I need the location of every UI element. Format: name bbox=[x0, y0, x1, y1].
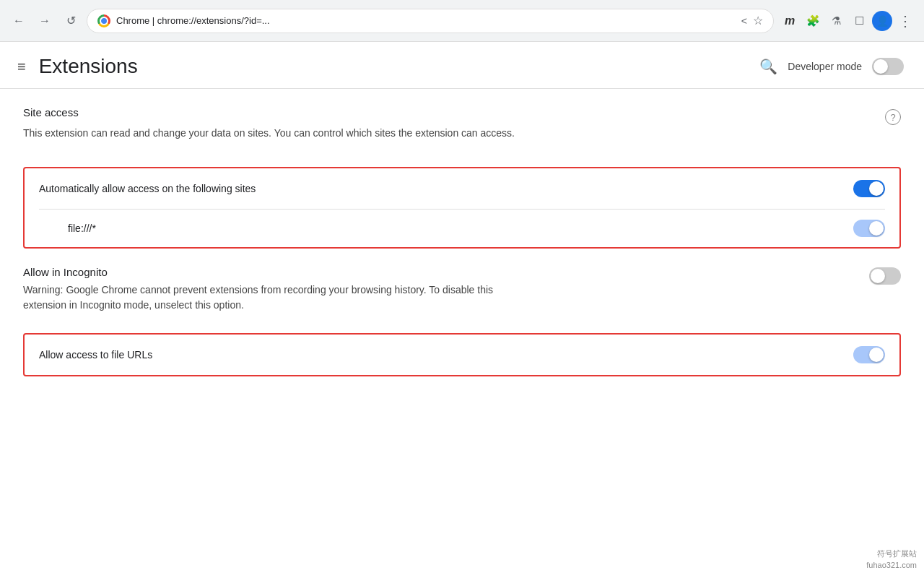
incognito-section: Allow in Incognito Warning: Google Chrom… bbox=[23, 266, 901, 313]
extensions-icon[interactable]: 🧩 bbox=[803, 11, 823, 31]
share-icon: < bbox=[741, 15, 747, 27]
file-url-toggle[interactable] bbox=[853, 346, 885, 363]
file-glob-row: file:///* bbox=[25, 210, 899, 247]
auto-allow-row: Automatically allow access on the follow… bbox=[25, 168, 899, 209]
site-access-header-row: Site access This extension can read and … bbox=[23, 106, 901, 154]
browser-bar: ← → ↺ Chrome | chrome://extensions/?id=.… bbox=[0, 0, 924, 42]
menu-icon[interactable]: ⋮ bbox=[895, 11, 915, 31]
back-button[interactable]: ← bbox=[9, 11, 29, 31]
header-left: ≡ Extensions bbox=[17, 55, 138, 78]
extensions-content: Site access This extension can read and … bbox=[0, 89, 924, 411]
file-glob-toggle[interactable] bbox=[853, 220, 885, 237]
incognito-toggle[interactable] bbox=[869, 267, 901, 285]
auto-allow-highlight-box: Automatically allow access on the follow… bbox=[23, 167, 901, 249]
site-access-description: This extension can read and change your … bbox=[23, 126, 515, 141]
address-text: Chrome | chrome://extensions/?id=... bbox=[116, 15, 736, 26]
watermark-line2: fuhao321.com bbox=[866, 561, 917, 569]
watermark: 符号扩展站 fuhao321.com bbox=[866, 548, 917, 571]
incognito-row: Allow in Incognito Warning: Google Chrom… bbox=[23, 266, 901, 313]
page-title: Extensions bbox=[39, 55, 138, 78]
extensions-header: ≡ Extensions 🔍 Developer mode bbox=[0, 42, 924, 89]
forward-button[interactable]: → bbox=[35, 11, 55, 31]
lab-icon[interactable]: ⚗ bbox=[826, 11, 846, 31]
header-right: 🔍 Developer mode bbox=[759, 58, 904, 75]
toolbar-icons: m 🧩 ⚗ ☐ 👤 ⋮ bbox=[780, 11, 915, 31]
window-icon[interactable]: ☐ bbox=[849, 11, 869, 31]
developer-mode-toggle[interactable] bbox=[872, 58, 904, 75]
chrome-logo-icon bbox=[97, 14, 110, 27]
file-glob-label: file:///* bbox=[68, 223, 96, 234]
reload-button[interactable]: ↺ bbox=[61, 11, 81, 31]
search-button[interactable]: 🔍 bbox=[759, 58, 777, 75]
incognito-title: Allow in Incognito bbox=[23, 266, 528, 278]
address-bar[interactable]: Chrome | chrome://extensions/?id=... < ☆ bbox=[87, 9, 774, 33]
m-icon[interactable]: m bbox=[780, 11, 800, 31]
site-access-text: Site access This extension can read and … bbox=[23, 106, 515, 154]
help-icon[interactable]: ? bbox=[885, 109, 901, 125]
auto-allow-label: Automatically allow access on the follow… bbox=[39, 183, 256, 194]
site-access-section: Site access This extension can read and … bbox=[23, 106, 901, 249]
file-url-highlight-box: Allow access to file URLs bbox=[23, 333, 901, 376]
developer-mode-label: Developer mode bbox=[788, 61, 862, 72]
incognito-text: Allow in Incognito Warning: Google Chrom… bbox=[23, 266, 528, 313]
incognito-description: Warning: Google Chrome cannot prevent ex… bbox=[23, 282, 528, 313]
watermark-line1: 符号扩展站 bbox=[877, 549, 917, 558]
auto-allow-toggle[interactable] bbox=[853, 180, 885, 197]
hamburger-menu-button[interactable]: ≡ bbox=[17, 59, 26, 75]
star-icon: ☆ bbox=[753, 14, 763, 27]
file-url-label: Allow access to file URLs bbox=[39, 349, 152, 361]
site-access-title: Site access bbox=[23, 106, 515, 118]
avatar-icon[interactable]: 👤 bbox=[872, 11, 892, 31]
